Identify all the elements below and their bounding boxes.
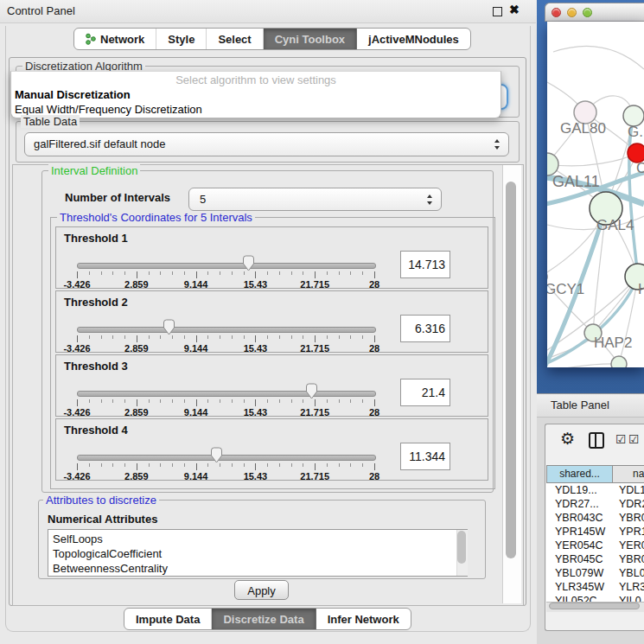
- scale-label: 21.715: [300, 471, 329, 481]
- algorithm-option[interactable]: Equal Width/Frequency Discretization: [11, 102, 501, 117]
- table-data-combobox[interactable]: galFiltered.sif default node: [24, 132, 509, 156]
- network-view-canvas[interactable]: GAL80 G... C... GAL11 GAL4 GCY1 H... HAP…: [547, 22, 644, 367]
- cell-name: YDR2...: [613, 497, 644, 511]
- threshold-slider-track[interactable]: [77, 455, 376, 461]
- tab-network[interactable]: Network: [74, 29, 156, 49]
- slider-ticks: [77, 463, 375, 471]
- scale-label: -3.426: [63, 343, 90, 354]
- tick-mark: [149, 399, 150, 403]
- tick-mark: [196, 463, 197, 470]
- minimize-traffic-light-icon[interactable]: [567, 8, 577, 17]
- checkbox-icon[interactable]: ☑: [615, 432, 627, 446]
- slider-ticks: [77, 399, 375, 407]
- tab-label: Network: [100, 33, 144, 46]
- zoom-traffic-light-icon[interactable]: [583, 8, 592, 17]
- algorithm-placeholder-option[interactable]: Select algorithm to view settings: [11, 73, 501, 87]
- network-window-titlebar[interactable]: [545, 3, 644, 22]
- tick-mark: [244, 271, 245, 275]
- slider-scale-labels: -3.4262.8599.14415.4321.71528: [77, 279, 375, 290]
- cell-shared-name: YDR27...: [546, 497, 613, 511]
- table-row[interactable]: YLR345WYLR3...: [546, 580, 644, 594]
- tick-mark: [172, 335, 173, 339]
- table-row[interactable]: YDR27...YDR2...: [546, 497, 644, 511]
- table-row[interactable]: YBL079WYBL0...: [546, 566, 644, 580]
- scale-label: 9.144: [184, 279, 208, 290]
- bottom-tabbar: Impute DataDiscretize DataInfer Network: [124, 608, 411, 630]
- attribute-list-item[interactable]: TopologicalCoefficient: [48, 546, 467, 561]
- threshold-panels: Threshold 1-3.4262.8599.14415.4321.71528…: [55, 226, 488, 482]
- threshold-value-field[interactable]: [400, 379, 450, 406]
- tick-mark: [77, 271, 78, 278]
- columns-icon[interactable]: [589, 432, 604, 449]
- tab-impute-data[interactable]: Impute Data: [124, 609, 212, 629]
- tick-mark: [374, 335, 375, 342]
- scale-label: 28: [369, 407, 379, 418]
- slider-thumb[interactable]: [305, 383, 318, 399]
- table-row[interactable]: YER054CYER0...: [546, 539, 644, 552]
- column-header-shared-name[interactable]: shared...: [546, 465, 613, 483]
- number-of-intervals-value: 5: [200, 188, 206, 210]
- tab-infer-network[interactable]: Infer Network: [316, 609, 411, 629]
- tick-mark: [267, 271, 268, 275]
- threshold-slider-track[interactable]: [77, 263, 376, 269]
- network-icon: [86, 33, 96, 45]
- threshold-value-field[interactable]: [400, 315, 450, 342]
- threshold-slider-track[interactable]: [77, 327, 376, 333]
- tick-mark: [172, 271, 173, 275]
- number-of-intervals-combobox[interactable]: 5: [188, 188, 442, 211]
- tab-select[interactable]: Select: [207, 29, 263, 49]
- attribute-list-item[interactable]: BetweennessCentrality: [48, 561, 467, 576]
- slider-thumb[interactable]: [210, 447, 223, 463]
- table-rows[interactable]: YDL19...YDL1...YDR27...YDR2...YBR043CYBR…: [546, 483, 644, 608]
- scale-label: 9.144: [184, 471, 208, 481]
- settings-scrollbar-thumb[interactable]: [506, 182, 516, 558]
- tick-mark: [374, 399, 375, 406]
- tab-jactivemnodules[interactable]: jActiveMNodules: [357, 29, 470, 49]
- scale-label: 2.859: [124, 407, 149, 418]
- tick-mark: [244, 399, 245, 403]
- tab-cyni-toolbox[interactable]: Cyni Toolbox: [264, 29, 357, 49]
- table-row[interactable]: YDL19...YDL1...: [546, 483, 644, 497]
- tick-mark: [184, 271, 185, 275]
- tick-mark: [77, 335, 78, 342]
- attributes-scrollbar-thumb[interactable]: [457, 531, 466, 564]
- node-bottom[interactable]: [611, 356, 627, 367]
- tab-label: Infer Network: [328, 613, 399, 626]
- table-row[interactable]: YPR145WYPR1...: [546, 525, 644, 539]
- tab-label: Cyni Toolbox: [275, 33, 345, 46]
- tab-style[interactable]: Style: [156, 29, 207, 49]
- tab-discretize-data[interactable]: Discretize Data: [212, 609, 316, 629]
- table-hscrollbar-thumb[interactable]: [549, 603, 640, 609]
- algorithm-option[interactable]: Manual Discretization: [11, 87, 501, 102]
- tick-mark: [101, 399, 102, 403]
- tick-mark: [89, 335, 90, 339]
- table-row[interactable]: YBR045CYBR0...: [546, 552, 644, 566]
- threshold-value-field[interactable]: [400, 443, 450, 470]
- apply-button[interactable]: Apply: [234, 580, 289, 600]
- float-window-icon[interactable]: [493, 7, 502, 16]
- slider-thumb[interactable]: [242, 255, 255, 271]
- tick-mark: [291, 271, 292, 275]
- tick-mark: [207, 335, 208, 339]
- threshold-label: Threshold 3: [64, 360, 128, 373]
- slider-thumb[interactable]: [163, 319, 175, 335]
- tick-mark: [267, 335, 268, 339]
- screenshot-stage: Control Panel ✖ NetworkStyleSelectCyni T…: [0, 0, 644, 644]
- close-icon[interactable]: ✖: [509, 3, 520, 16]
- attribute-list-item[interactable]: SelfLoops: [48, 532, 467, 546]
- checkbox-icon[interactable]: ☑: [628, 432, 640, 446]
- cell-name: YPR1...: [613, 525, 644, 539]
- close-traffic-light-icon[interactable]: [552, 8, 561, 17]
- column-header-name[interactable]: na...: [613, 465, 644, 483]
- tick-mark: [160, 399, 161, 403]
- threshold-slider-track[interactable]: [77, 391, 376, 397]
- numerical-attributes-list[interactable]: SelfLoopsTopologicalCoefficientBetweenne…: [48, 529, 468, 577]
- threshold-value-field[interactable]: [400, 251, 450, 278]
- cell-shared-name: YER054C: [546, 539, 613, 552]
- tab-label: Select: [218, 33, 251, 46]
- table-row[interactable]: YBR043CYBR0...: [546, 511, 644, 525]
- tick-mark: [279, 335, 280, 339]
- node-label-gal80: GAL80: [560, 120, 606, 137]
- gear-icon[interactable]: ⚙: [560, 429, 575, 449]
- tick-mark: [350, 399, 351, 403]
